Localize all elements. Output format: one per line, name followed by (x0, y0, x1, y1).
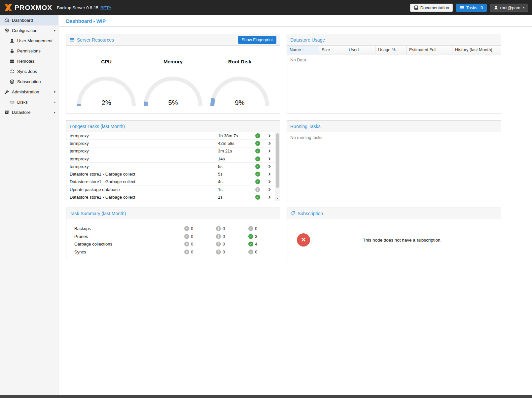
chevron-down-icon: ▾ (54, 29, 55, 32)
empty-state-text: No Data (287, 54, 501, 65)
task-row[interactable]: termproxy 1h 38m 7s ✓ (66, 132, 275, 140)
sidebar-item-label: Datastore (12, 110, 30, 115)
subscription-panel: Subscription × This node does not have a… (287, 208, 501, 261)
error-count-icon: × (184, 242, 189, 247)
task-name: termproxy (66, 133, 218, 138)
datastore-usage-body: Name↑ Size Used Usage % Estimated Full H… (287, 46, 501, 114)
task-name: Datastore store1 - Garbage collect (66, 179, 218, 184)
sidebar: Dashboard Configuration ▾ User Managemen… (0, 15, 58, 395)
empty-state-text: No running tasks (287, 132, 501, 143)
user-icon (494, 5, 498, 10)
running-tasks-header: Running Tasks (287, 121, 501, 132)
task-name: Datastore store1 - Garbage collect (66, 195, 218, 200)
scrollbar-thumb[interactable] (276, 133, 279, 188)
user-name: root@pam (500, 5, 520, 10)
chevron-right-icon[interactable] (263, 135, 275, 137)
subscription-body: × This node does not have a subscription… (287, 219, 501, 261)
sidebar-item-permissions[interactable]: Permissions (0, 46, 58, 56)
task-row[interactable]: Datastore store1 - Garbage collect 4s ✓ (66, 178, 275, 186)
sidebar-item-disks[interactable]: Disks ▸ (0, 97, 58, 107)
sidebar-item-dashboard[interactable]: Dashboard (0, 15, 58, 25)
user-menu-button[interactable]: root@pam ▾ (490, 4, 528, 12)
cpu-gauge: CPU 2% (75, 59, 138, 107)
task-row[interactable]: Datastore store1 - Garbage collect 1s ✓ (66, 193, 275, 201)
times-circle-icon: × (297, 233, 310, 247)
error-count: 0 (191, 234, 193, 239)
chevron-right-icon[interactable] (263, 150, 275, 152)
column-header-size[interactable]: Size (319, 46, 346, 54)
chevron-right-icon[interactable] (263, 196, 275, 198)
sidebar-item-label: Dashboard (12, 18, 33, 23)
task-row[interactable]: termproxy 14s ✓ (66, 155, 275, 163)
chevron-right-icon[interactable] (263, 188, 275, 191)
chevron-right-icon[interactable] (263, 165, 275, 168)
sidebar-item-datastore[interactable]: Datastore ▾ (0, 107, 58, 117)
sidebar-item-remotes[interactable]: Remotes (0, 56, 58, 66)
error-count-icon: × (184, 234, 189, 239)
column-header-usage-pct[interactable]: Usage % (375, 46, 407, 54)
task-duration: 5s (218, 172, 253, 177)
task-row[interactable]: termproxy 3m 21s ✓ (66, 148, 275, 155)
panel-title: Longest Tasks (last Month) (70, 124, 125, 129)
sidebar-item-label: Permissions (17, 49, 41, 53)
task-row[interactable]: termproxy 42m 58s ✓ (66, 140, 275, 147)
running-tasks-panel: Running Tasks No running tasks (287, 120, 501, 201)
sidebar-item-subscription[interactable]: Subscription (0, 77, 58, 87)
sidebar-item-label: Configuration (12, 28, 37, 33)
task-duration: 14s (218, 156, 253, 161)
tasks-button[interactable]: Tasks 0 (456, 4, 486, 12)
server-resources-body: CPU 2% Memory (66, 46, 280, 114)
topbar: PROXMOX Backup Server 0.8-15 BETA Docume… (0, 0, 532, 15)
sidebar-item-label: Remotes (17, 59, 34, 64)
error-count-icon: × (184, 249, 189, 254)
status-ok-icon: ✓ (255, 141, 260, 146)
chevron-down-icon: ▾ (523, 6, 524, 9)
page-title: Dashboard - WIP (66, 18, 106, 24)
task-name: termproxy (66, 149, 218, 153)
task-name: termproxy (66, 156, 218, 161)
show-fingerprint-button[interactable]: Show Fingerprint (238, 36, 277, 44)
documentation-button[interactable]: Documentation (410, 4, 453, 12)
column-header-name[interactable]: Name↑ (287, 46, 319, 54)
server-resources-panel: Server Resources Show Fingerprint CPU 2% (66, 34, 280, 114)
book-icon (414, 5, 418, 10)
task-row[interactable]: Datastore store1 - Garbage collect 5s ✓ (66, 170, 275, 178)
status-ok-icon: ✓ (255, 149, 260, 153)
warning-count: 0 (223, 234, 225, 239)
gauge-value: 9% (208, 99, 271, 107)
gear-icon (4, 28, 9, 33)
datastore-usage-panel: Datastore Usage Name↑ Size Used Usage % … (287, 34, 501, 114)
chevron-right-icon[interactable] (263, 142, 275, 145)
gauge-label: CPU (75, 59, 138, 64)
column-header-used[interactable]: Used (346, 46, 375, 54)
brand-name: PROXMOX (15, 4, 52, 12)
chevron-right-icon[interactable] (263, 181, 275, 183)
sidebar-item-sync-jobs[interactable]: Sync Jobs (0, 66, 58, 77)
column-header-estimated-full[interactable]: Estimated Full (407, 46, 452, 54)
scroll-down-button[interactable]: ▼ (275, 196, 280, 200)
error-count: 0 (191, 226, 193, 231)
column-header-history[interactable]: History (last Month) (452, 46, 501, 54)
task-duration: 42m 58s (218, 141, 253, 146)
panel-title: Task Summary (last Month) (70, 211, 126, 216)
warning-count: 0 (223, 242, 225, 247)
chevron-down-icon: ▾ (54, 111, 55, 114)
proxmox-x-icon (4, 4, 13, 11)
beta-link[interactable]: BETA (100, 5, 111, 10)
summary-label: Prunes (74, 234, 184, 239)
server-icon (9, 59, 15, 64)
chevron-right-icon[interactable] (263, 173, 275, 175)
scrollbar[interactable]: ▼ (275, 132, 280, 201)
status-ok-icon: ✓ (255, 195, 260, 200)
tasks-label: Tasks (466, 5, 477, 10)
panel-title: Server Resources (77, 37, 114, 43)
task-row[interactable]: termproxy 5s ✓ (66, 163, 275, 170)
product-version: Backup Server 0.8-15 (57, 5, 98, 10)
sidebar-item-configuration[interactable]: Configuration ▾ (0, 25, 58, 36)
chevron-right-icon[interactable] (263, 158, 275, 160)
ok-count-icon: ✓ (248, 226, 253, 231)
sidebar-item-user-management[interactable]: User Management (0, 36, 58, 46)
subscription-header: Subscription (287, 208, 501, 219)
sidebar-item-administration[interactable]: Administration ▾ (0, 87, 58, 97)
task-row[interactable]: Update package database 1s ? (66, 186, 275, 193)
